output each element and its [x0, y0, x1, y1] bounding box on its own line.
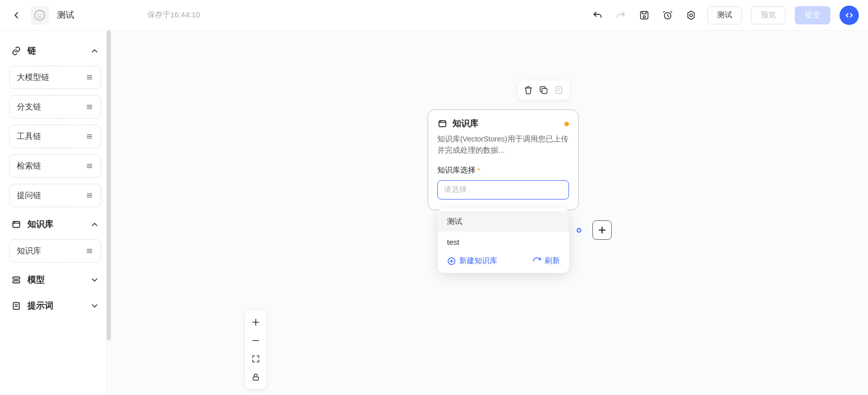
sidebar-group-model[interactable]: 模型: [9, 271, 101, 289]
drag-icon: [85, 103, 94, 111]
svg-rect-36: [439, 121, 445, 127]
svg-point-7: [690, 14, 693, 17]
save-button[interactable]: [637, 8, 651, 22]
brand-button[interactable]: [840, 6, 859, 25]
plus-icon: [597, 225, 607, 235]
app-avatar: [31, 6, 49, 24]
dropdown-option[interactable]: 测试: [438, 211, 569, 232]
top-bar: 测试 保存于16:44:10 测试 预览 提交: [0, 0, 868, 31]
save-icon: [639, 10, 650, 21]
node-description: 知识库(VectorStores)用于调用您已上传并完成处理的数据...: [437, 133, 569, 156]
svg-point-2: [41, 14, 42, 15]
submit-button[interactable]: 提交: [795, 6, 830, 24]
maximize-icon: [251, 354, 260, 363]
new-kb-button[interactable]: 新建知识库: [447, 256, 497, 266]
saved-timestamp: 保存于16:44:10: [147, 10, 200, 20]
svg-point-1: [38, 14, 39, 15]
zoom-in-button[interactable]: [247, 314, 265, 331]
minus-icon: [251, 335, 261, 346]
sidebar-item-llm-chain[interactable]: 大模型链: [9, 66, 101, 89]
refresh-icon: [532, 257, 542, 266]
alarm-icon: [662, 10, 673, 21]
drag-icon: [85, 162, 94, 170]
drag-icon: [85, 132, 94, 140]
plus-circle-icon: [447, 257, 456, 266]
delete-node-button[interactable]: [522, 83, 535, 97]
svg-rect-32: [542, 89, 547, 94]
document-icon: [11, 301, 21, 311]
sidebar-item-label: 大模型链: [17, 72, 49, 83]
kb-dropdown: 测试 test 新建知识库 刷新: [438, 208, 569, 273]
sidebar-group-chain[interactable]: 链: [9, 42, 101, 60]
svg-rect-23: [13, 221, 19, 228]
dropdown-option-label: 测试: [447, 217, 462, 227]
sidebar-group-label: 知识库: [27, 218, 53, 230]
sidebar-group-prompt[interactable]: 提示词: [9, 297, 101, 315]
sidebar-group-label: 提示词: [27, 300, 53, 312]
sidebar-item-kb[interactable]: 知识库: [9, 239, 101, 263]
refresh-label: 刷新: [545, 256, 560, 266]
sidebar-item-branch-chain[interactable]: 分支链: [9, 95, 101, 119]
link-icon: [11, 46, 21, 56]
lock-canvas-button[interactable]: [247, 369, 265, 386]
dropdown-option-label: test: [447, 238, 459, 246]
kb-select-input[interactable]: 请选择: [437, 180, 569, 200]
chevron-up-icon: [90, 220, 99, 229]
zoom-controls: [245, 311, 266, 389]
svg-point-4: [643, 15, 645, 17]
sidebar-group-kb[interactable]: 知识库: [9, 215, 101, 233]
back-button[interactable]: [9, 8, 23, 22]
preview-button[interactable]: 预览: [751, 6, 786, 24]
chevron-left-icon: [11, 10, 21, 20]
test-button-label: 测试: [717, 10, 732, 20]
refresh-button[interactable]: 刷新: [532, 256, 560, 266]
redo-button[interactable]: [614, 8, 628, 22]
required-star: *: [477, 166, 481, 175]
svg-rect-27: [13, 277, 19, 279]
select-placeholder: 请选择: [444, 185, 467, 194]
alarm-button[interactable]: [661, 8, 675, 22]
note-icon: [554, 85, 564, 95]
node-title: 知识库: [453, 118, 478, 129]
sidebar-item-label: 提问链: [17, 190, 41, 201]
drag-icon: [85, 247, 94, 255]
fit-view-button[interactable]: [247, 350, 265, 368]
submit-button-label: 提交: [805, 10, 820, 20]
field-label: 知识库选择 *: [437, 165, 569, 175]
sidebar-group-label: 模型: [27, 274, 45, 286]
canvas[interactable]: 知识库 知识库(VectorStores)用于调用您已上传并完成处理的数据...…: [107, 31, 868, 395]
canvas-scrollbar[interactable]: [107, 31, 111, 395]
app-title: 测试: [57, 9, 74, 21]
redo-icon: [615, 9, 627, 21]
sidebar-item-retrieval-chain[interactable]: 检索链: [9, 154, 101, 178]
add-node-button[interactable]: [592, 220, 612, 240]
sidebar-item-question-chain[interactable]: 提问链: [9, 184, 101, 207]
zoom-out-button[interactable]: [247, 332, 265, 349]
node-kb[interactable]: 知识库 知识库(VectorStores)用于调用您已上传并完成处理的数据...…: [428, 109, 579, 210]
gear-icon: [685, 10, 697, 21]
output-port[interactable]: [577, 228, 581, 233]
svg-point-0: [35, 10, 45, 20]
sidebar-item-label: 分支链: [17, 102, 41, 112]
sidebar-item-tool-chain[interactable]: 工具链: [9, 125, 101, 148]
copy-icon: [538, 85, 549, 95]
copy-node-button[interactable]: [537, 83, 550, 97]
node-toolbar: [518, 80, 570, 100]
scrollbar-thumb[interactable]: [107, 31, 111, 341]
settings-button[interactable]: [684, 8, 698, 22]
unlock-icon: [251, 373, 260, 382]
chevron-down-icon: [90, 275, 99, 285]
sidebar-group-label: 链: [27, 45, 36, 57]
database-icon: [437, 119, 447, 129]
test-button[interactable]: 测试: [707, 6, 742, 24]
trash-icon: [523, 85, 533, 95]
preview-button-label: 预览: [761, 10, 776, 20]
code-icon: [844, 10, 854, 20]
sidebar-item-label: 知识库: [17, 246, 41, 257]
sidebar: 链 大模型链 分支链 工具链 检索链: [0, 31, 107, 395]
undo-button[interactable]: [590, 8, 605, 22]
dropdown-option[interactable]: test: [438, 232, 569, 252]
note-node-button[interactable]: [552, 83, 565, 97]
stack-icon: [11, 275, 21, 285]
chevron-down-icon: [90, 301, 99, 311]
